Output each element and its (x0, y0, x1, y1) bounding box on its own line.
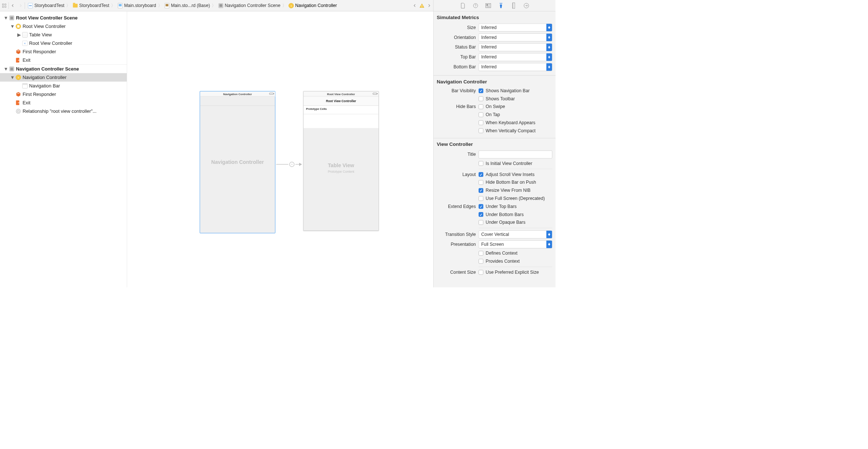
checkbox-when-kb[interactable] (478, 121, 483, 125)
title-field[interactable] (478, 151, 552, 159)
nav-controller-icon: ‹ (288, 3, 294, 8)
prop-top-bar: Top Bar Inferred (437, 52, 552, 62)
check-label: Hide Bottom Bar on Push (486, 180, 536, 185)
checkbox-use-preferred[interactable] (478, 270, 483, 275)
jump-back-button[interactable] (410, 0, 419, 11)
forward-button[interactable] (17, 0, 25, 11)
related-items-icon[interactable] (0, 3, 8, 8)
connections-inspector-tab[interactable] (523, 3, 530, 9)
checkbox-when-compact[interactable] (478, 128, 483, 133)
crumb-project[interactable]: StoryboardTest (27, 3, 65, 8)
presentation-popup[interactable]: Full Screen (478, 240, 552, 248)
bottom-bar-popup[interactable]: Inferred (478, 63, 552, 71)
exit-icon (15, 57, 21, 63)
outline-item-first-responder[interactable]: ▶ First Responder (0, 47, 127, 56)
prop-label: Size (437, 25, 476, 30)
prop-label: Top Bar (437, 54, 476, 60)
relationship-segue[interactable] (276, 162, 302, 167)
outline-label: Navigation Controller Scene (16, 66, 79, 72)
checkbox-use-full[interactable] (478, 196, 483, 201)
check-label: Provides Context (486, 259, 520, 264)
prototype-cells-header: Prototype Cells (304, 106, 379, 114)
checkbox-defines-context[interactable] (478, 251, 483, 256)
checkbox-shows-nav-bar[interactable] (478, 89, 483, 93)
popup-value: Inferred (481, 54, 496, 60)
section-title: View Controller (437, 140, 552, 150)
orientation-popup[interactable]: Inferred (478, 33, 552, 42)
outline-item-relationship[interactable]: ▶ Relationship "root view controller"... (0, 107, 127, 115)
svg-rect-1 (5, 4, 6, 5)
chevron-right-icon: 〉 (212, 3, 216, 9)
outline-item-nav-item[interactable]: ▶ ‹ Root View Controller (0, 39, 127, 47)
prop-defines-context: Defines Context (437, 249, 552, 257)
canvas-scene-root-vc[interactable]: Root View Controller Root View Controlle… (304, 91, 379, 231)
identity-inspector-tab[interactable] (485, 3, 491, 9)
outline-scene-root[interactable]: ▼ Root View Controller Scene (0, 14, 127, 22)
crumb-scene[interactable]: Navigation Controller Scene (217, 3, 281, 8)
canvas-scene-nav-controller[interactable]: Navigation Controller Navigation Control… (200, 91, 275, 233)
check-label: On Swipe (486, 104, 505, 109)
status-bar-popup[interactable]: Inferred (478, 43, 552, 51)
cube-icon (15, 49, 21, 54)
warning-icon[interactable] (419, 3, 425, 8)
checkbox-under-top[interactable] (478, 204, 483, 209)
crumb-storyboard[interactable]: Main.storyboard (116, 3, 157, 8)
section-view-controller: View Controller Title Is Initial View Co… (434, 138, 556, 280)
popup-value: Full Screen (481, 242, 504, 247)
checkbox-hide-bottom[interactable] (478, 180, 483, 185)
check-label: On Tap (486, 112, 500, 117)
transition-popup[interactable]: Cover Vertical (478, 230, 552, 238)
checkbox-under-bottom[interactable] (478, 212, 483, 217)
disclosure-triangle-icon[interactable]: ▼ (11, 24, 14, 29)
checkbox-on-swipe[interactable] (478, 104, 483, 109)
size-inspector-tab[interactable] (510, 3, 517, 9)
outline-scene-nav[interactable]: ▼ Navigation Controller Scene (0, 65, 127, 73)
prop-presentation: Presentation Full Screen (437, 240, 552, 249)
file-inspector-tab[interactable] (460, 3, 466, 9)
prop-label: Status Bar (437, 45, 476, 50)
outline-item-exit-2[interactable]: ▶ Exit (0, 98, 127, 107)
checkbox-shows-toolbar[interactable] (478, 96, 483, 101)
disclosure-triangle-icon[interactable]: ▼ (4, 66, 8, 72)
disclosure-triangle-icon[interactable]: ▼ (4, 15, 8, 21)
crumb-nav-controller[interactable]: ‹ Navigation Controller (288, 3, 338, 8)
outline-label: Navigation Bar (29, 83, 60, 89)
scene-icon (218, 3, 223, 8)
prop-resize-nib: Resize View From NIB (437, 187, 552, 195)
outline-item-root-vc[interactable]: ▼ Root View Controller (0, 22, 127, 30)
help-inspector-tab[interactable]: ? (472, 3, 478, 9)
outline-item-table-view[interactable]: ▶ Table View (0, 30, 127, 39)
outline-label: Root View Controller (29, 40, 72, 46)
checkbox-on-tap[interactable] (478, 112, 483, 117)
size-popup[interactable]: Inferred (478, 24, 552, 32)
top-bar-popup[interactable]: Inferred (478, 53, 552, 61)
popup-value: Inferred (481, 64, 496, 69)
storyboard-canvas[interactable]: Navigation Controller Navigation Control… (127, 11, 433, 287)
check-label: Adjust Scroll View Insets (486, 172, 535, 177)
disclosure-triangle-icon[interactable]: ▶ (17, 32, 21, 37)
back-button[interactable] (9, 0, 17, 11)
jump-forward-button[interactable] (425, 0, 433, 11)
table-view-icon (22, 32, 28, 37)
separator (478, 228, 552, 228)
attributes-inspector-tab[interactable] (498, 3, 504, 9)
prototype-cell-area[interactable] (304, 114, 379, 128)
checkbox-adjust-scroll[interactable] (478, 172, 483, 177)
prop-under-opaque: Under Opaque Bars (437, 219, 552, 227)
outline-item-exit[interactable]: ▶ Exit (0, 56, 127, 64)
stepper-icon (546, 241, 552, 248)
disclosure-triangle-icon[interactable]: ▼ (11, 75, 14, 80)
outline-label: Navigation Controller (22, 75, 67, 80)
prop-content-size: Content Size Use Preferred Explicit Size (437, 268, 552, 276)
checkbox-under-opaque[interactable] (478, 220, 483, 225)
chevron-right-icon: 〉 (66, 3, 71, 9)
checkbox-provides-context[interactable] (478, 259, 483, 264)
checkbox-is-initial[interactable] (478, 161, 483, 166)
outline-item-nav-bar[interactable]: ▶ Navigation Bar (0, 82, 127, 90)
checkbox-resize-nib[interactable] (478, 188, 483, 193)
outline-item-first-responder-2[interactable]: ▶ First Responder (0, 90, 127, 98)
crumb-storyboard-base[interactable]: Main.sto...rd (Base) (164, 3, 211, 8)
svg-rect-0 (2, 4, 4, 5)
outline-item-nav-controller[interactable]: ▼ ‹ Navigation Controller (0, 73, 127, 82)
crumb-folder[interactable]: StoryboardTest (72, 3, 110, 8)
